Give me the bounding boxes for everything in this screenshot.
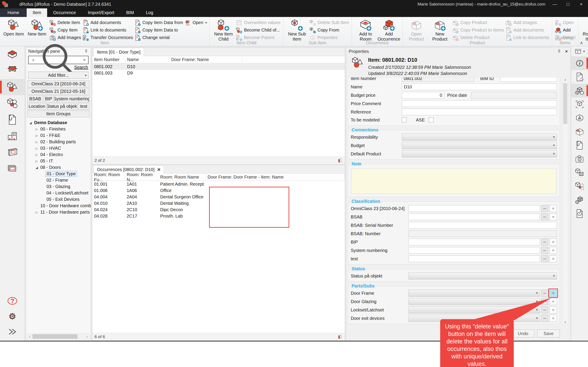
ellipsis-picker-button[interactable]: ••• xyxy=(541,205,548,212)
scrollbar-thumb[interactable] xyxy=(563,83,567,124)
filter-button-status-p-objekt[interactable]: Status på objekt xyxy=(47,103,77,110)
lockset-latchset-dropdown[interactable]: ▾ xyxy=(408,306,540,313)
tree-item-05-it[interactable]: ▷05 - IT xyxy=(26,158,91,164)
open-item-button[interactable]: Open Item xyxy=(3,18,25,37)
add-filter-dropdown[interactable]: Add filter... ▾ xyxy=(28,72,89,79)
rail-sub-items-tab-button[interactable] xyxy=(571,111,588,125)
menu-tab-log[interactable]: Log xyxy=(140,8,159,17)
expander-closed-icon[interactable]: ▷ xyxy=(34,153,39,157)
rail-product-tab-button[interactable] xyxy=(571,125,588,138)
new-item-button[interactable]: New Item xyxy=(26,18,48,37)
table-row[interactable]: 0801.003D9 xyxy=(92,70,345,76)
close-icon[interactable]: × xyxy=(565,49,568,54)
filter-button-bsab[interactable]: BSAB xyxy=(27,95,43,102)
tree-item-03-glazing[interactable]: 03 - Glazing xyxy=(26,184,91,190)
expander-closed-icon[interactable]: ▷ xyxy=(34,140,39,144)
rail-settings-gear-button[interactable]: ⚙ xyxy=(0,309,25,324)
ellipsis-picker-button[interactable]: ••• xyxy=(541,298,548,305)
new-item-child-button[interactable]: New Item Child xyxy=(212,18,234,42)
bim-id-field[interactable] xyxy=(500,77,557,82)
rail-expand-rail-button[interactable] xyxy=(0,324,25,339)
ellipsis-picker-button[interactable]: ••• xyxy=(541,255,548,262)
window-close-button[interactable]: × xyxy=(577,2,585,7)
items-tab[interactable]: Items [01 - Door Type] xyxy=(94,48,144,56)
budget-price-field[interactable]: 0 xyxy=(402,92,444,99)
search-link[interactable]: Search xyxy=(74,65,88,70)
filter-button-location[interactable]: Location xyxy=(27,103,47,110)
expander-closed-icon[interactable]: ▷ xyxy=(34,134,39,137)
delete-value-button[interactable]: × xyxy=(549,247,557,254)
room-data-item-checks-button[interactable]: Room Data <-> Item Checks xyxy=(581,18,588,42)
copy-product-to-items-button[interactable]: Copy Product to Items xyxy=(452,26,504,34)
copy-from-button[interactable]: Copy From xyxy=(309,26,349,34)
to-be-modeled-checkbox[interactable] xyxy=(402,117,407,122)
scrollbar-thumb[interactable] xyxy=(33,334,78,339)
rail-reports-module-button[interactable] xyxy=(0,160,25,177)
chart-mini-icon[interactable] xyxy=(337,334,343,339)
omniclass-23-2010-06-24-field[interactable] xyxy=(408,205,540,212)
delete-sub-item-button[interactable]: Delete Sub Item xyxy=(309,19,349,26)
expander-open-icon[interactable]: ◢ xyxy=(34,166,39,169)
navigation-horizontal-scrollbar[interactable]: ‹ › xyxy=(27,333,90,340)
save-button[interactable]: Save xyxy=(537,330,560,337)
copy-item-button[interactable]: Copy Item xyxy=(49,26,81,34)
rail-documents-tab-button[interactable] xyxy=(571,138,588,152)
new-sub-item-button[interactable]: New Sub Item xyxy=(286,18,308,42)
scroll-down-icon[interactable]: ∨ xyxy=(563,320,568,324)
delete-value-button[interactable]: × xyxy=(549,290,557,297)
rail-occurrences-tab-button[interactable] xyxy=(571,84,588,97)
search-history-caret-icon[interactable]: ∨ xyxy=(32,58,35,62)
copy-item-data-to-button[interactable]: Copy Item Data to xyxy=(134,26,183,34)
name-field[interactable]: D10 xyxy=(402,83,557,90)
responsibility-dropdown[interactable]: ▾ xyxy=(402,133,557,141)
rail-info-tab-button[interactable]: i xyxy=(571,56,588,70)
expander-closed-icon[interactable]: ▷ xyxy=(34,159,39,163)
copy-product-button[interactable]: Copy Product xyxy=(452,19,504,26)
bsab-field[interactable] xyxy=(408,214,540,220)
bip-field[interactable] xyxy=(408,239,540,245)
rail-floorplan-module-button[interactable] xyxy=(0,63,25,79)
filter-button-bip[interactable]: BIP xyxy=(44,95,54,102)
table-row[interactable]: 0801.002D10 xyxy=(92,64,345,70)
test-field[interactable] xyxy=(408,255,540,262)
column-header-name[interactable]: Name xyxy=(125,56,169,63)
window-maximize-button[interactable]: □ xyxy=(564,2,572,7)
note-textarea[interactable] xyxy=(351,169,556,194)
expander-closed-icon[interactable]: ▷ xyxy=(34,147,39,150)
delete-value-button[interactable]: × xyxy=(549,213,557,220)
delete-value-button[interactable]: × xyxy=(549,255,557,262)
tree-item-08-doors[interactable]: ◢08 - Doors xyxy=(26,164,91,171)
expander-open-icon[interactable]: ◢ xyxy=(28,121,33,125)
filter-button-omniclass-23-2010-06-24[interactable]: OmniClass 23 [2010-06-24] xyxy=(27,80,90,87)
open-button[interactable]: Open xyxy=(555,19,576,26)
expander-closed-icon[interactable]: ▷ xyxy=(34,127,39,131)
rail-buildings-module-button[interactable] xyxy=(0,128,25,144)
tree-item-10-door-hardware-combir[interactable]: 10 - Door Hardware combir xyxy=(26,203,91,209)
system-numbering-field[interactable] xyxy=(408,247,540,254)
reference-field[interactable] xyxy=(402,109,557,115)
tree-item-03-hvac[interactable]: ▷03 - HVAC xyxy=(26,145,91,151)
add-to-room-button[interactable]: Add to Room xyxy=(354,18,376,42)
link-to-documents-button[interactable]: Link to documents xyxy=(82,26,133,34)
rail-room-datasheet-module-button[interactable] xyxy=(0,144,25,160)
tree-item-04-electro[interactable]: ▷04 - Electro xyxy=(26,151,91,158)
rail-item-data-tab-button[interactable] xyxy=(571,70,588,84)
add-button[interactable]: Add xyxy=(555,26,576,34)
scroll-up-icon[interactable]: ∧ xyxy=(563,78,568,82)
add-documents-button[interactable]: Add documents xyxy=(82,19,133,26)
door-glazing-dropdown[interactable]: ▾ xyxy=(408,298,540,305)
pin-icon[interactable] xyxy=(557,49,562,54)
filter-button-test[interactable]: test xyxy=(78,103,90,110)
pin-icon[interactable] xyxy=(84,49,89,54)
column-header-door-frame-name[interactable]: Door Frame: Name xyxy=(169,56,242,63)
delete-value-button[interactable]: × xyxy=(549,205,557,212)
rail-occurrence-module-button[interactable] xyxy=(0,95,25,112)
ellipsis-picker-button[interactable]: ••• xyxy=(541,247,548,254)
rail-items-module-button[interactable] xyxy=(0,79,25,95)
window-minimize-button[interactable]: — xyxy=(551,2,558,7)
column-header-door-frame-door-frame-item-name[interactable]: Door Frame: Door Frame - Item: Name xyxy=(206,174,345,181)
add-images-button[interactable]: Add Images xyxy=(505,19,549,26)
menu-tab-item[interactable]: Item xyxy=(27,8,47,17)
filter-button-system-numbering[interactable]: System numbering xyxy=(54,95,90,102)
rail-bim-tab-button[interactable] xyxy=(571,97,588,111)
